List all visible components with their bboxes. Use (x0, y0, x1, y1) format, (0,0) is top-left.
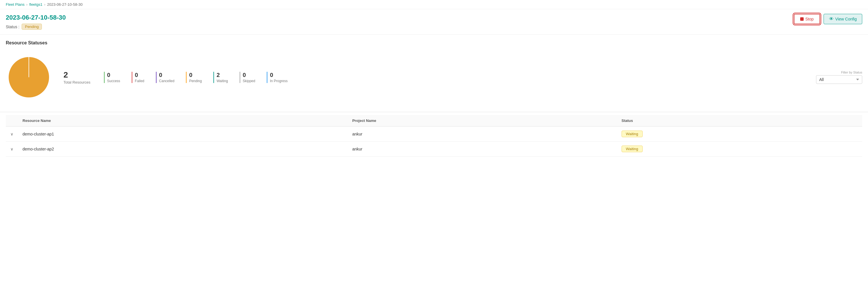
breadcrumb-current: 2023-06-27-10-58-30 (47, 2, 83, 7)
table-row: ∨demo-cluster-ap2ankurWaiting (6, 142, 862, 156)
table-header-row: Resource NameProject NameStatus (6, 115, 862, 126)
breadcrumb-fleetgs1[interactable]: fleetgs1 (29, 2, 42, 7)
status-count-pending: 0 Pending (186, 72, 202, 83)
count-number: 0 (270, 72, 273, 78)
total-number: 2 (63, 70, 68, 79)
breadcrumb-sep-1: › (26, 2, 27, 7)
total-resources: 2 Total Resources (63, 70, 92, 84)
table-section: Resource NameProject NameStatus ∨demo-cl… (0, 115, 868, 162)
count-number: 0 (135, 72, 138, 78)
pie-chart (6, 54, 52, 100)
header-right: Stop 👁 View Config (794, 14, 862, 24)
section-title: Resource Statuses (6, 40, 862, 45)
resource-name-cell: demo-cluster-ap1 (18, 126, 348, 142)
col-header-0 (6, 115, 18, 126)
header-section: 2023-06-27-10-58-30 Status : Pending Sto… (0, 9, 868, 35)
header-left: 2023-06-27-10-58-30 Status : Pending (6, 14, 66, 30)
filter-area: Filter by Status AllSuccessFailedCancell… (810, 71, 862, 84)
status-cell: Waiting (617, 126, 862, 142)
stop-button[interactable]: Stop (794, 14, 820, 24)
col-header-3: Status (617, 115, 862, 126)
stop-label: Stop (805, 17, 814, 21)
count-number: 0 (159, 72, 162, 78)
resource-statuses-section: Resource Statuses 2 Total Resources 0 Su… (0, 35, 868, 109)
project-name-cell: ankur (348, 126, 617, 142)
status-count-skipped: 0 Skipped (240, 72, 255, 83)
breadcrumb: Fleet Plans › fleetgs1 › 2023-06-27-10-5… (0, 0, 868, 9)
count-number: 2 (216, 72, 220, 78)
view-config-label: View Config (835, 17, 857, 21)
plan-title: 2023-06-27-10-58-30 (6, 14, 66, 21)
status-count-cancelled: 0 Cancelled (156, 72, 174, 83)
table-header: Resource NameProject NameStatus (6, 115, 862, 126)
total-label: Total Resources (63, 80, 90, 84)
breadcrumb-fleet-plans[interactable]: Fleet Plans (6, 2, 25, 7)
stop-icon (800, 17, 804, 21)
status-label: Status : (6, 25, 19, 29)
section-divider (0, 112, 868, 112)
count-number: 0 (243, 72, 246, 78)
row-expander[interactable]: ∨ (6, 126, 18, 142)
count-number: 0 (189, 72, 192, 78)
view-config-button[interactable]: 👁 View Config (824, 14, 862, 24)
resource-name-cell: demo-cluster-ap2 (18, 142, 348, 156)
count-label: Failed (135, 79, 144, 83)
count-label: Pending (189, 79, 202, 83)
count-label: Success (107, 79, 120, 83)
status-count-success: 0 Success (104, 72, 120, 83)
filter-label: Filter by Status (841, 71, 862, 74)
status-counts: 0 Success 0 Failed 0 Cancelled 0 Pending… (104, 72, 799, 83)
resource-table: Resource NameProject NameStatus ∨demo-cl… (6, 115, 862, 156)
col-header-2: Project Name (348, 115, 617, 126)
status-cell: Waiting (617, 142, 862, 156)
status-badge: Pending (22, 24, 42, 30)
stats-area: 2 Total Resources 0 Success 0 Failed 0 C… (6, 51, 862, 106)
status-badge-waiting: Waiting (622, 146, 643, 152)
status-count-in-progress: 0 In Progress (267, 72, 287, 83)
count-number: 0 (107, 72, 110, 78)
status-row: Status : Pending (6, 24, 66, 30)
table-row: ∨demo-cluster-ap1ankurWaiting (6, 126, 862, 142)
status-badge-waiting: Waiting (622, 131, 643, 137)
count-label: Skipped (243, 79, 255, 83)
count-label: Cancelled (159, 79, 174, 83)
table-body: ∨demo-cluster-ap1ankurWaiting∨demo-clust… (6, 126, 862, 156)
count-label: Waiting (216, 79, 228, 83)
filter-select[interactable]: AllSuccessFailedCancelledPendingWaitingS… (816, 75, 862, 84)
project-name-cell: ankur (348, 142, 617, 156)
count-label: In Progress (270, 79, 287, 83)
status-count-failed: 0 Failed (132, 72, 144, 83)
col-header-1: Resource Name (18, 115, 348, 126)
eye-icon: 👁 (829, 16, 834, 22)
row-expander[interactable]: ∨ (6, 142, 18, 156)
breadcrumb-sep-2: › (44, 2, 45, 7)
status-count-waiting: 2 Waiting (213, 72, 228, 83)
